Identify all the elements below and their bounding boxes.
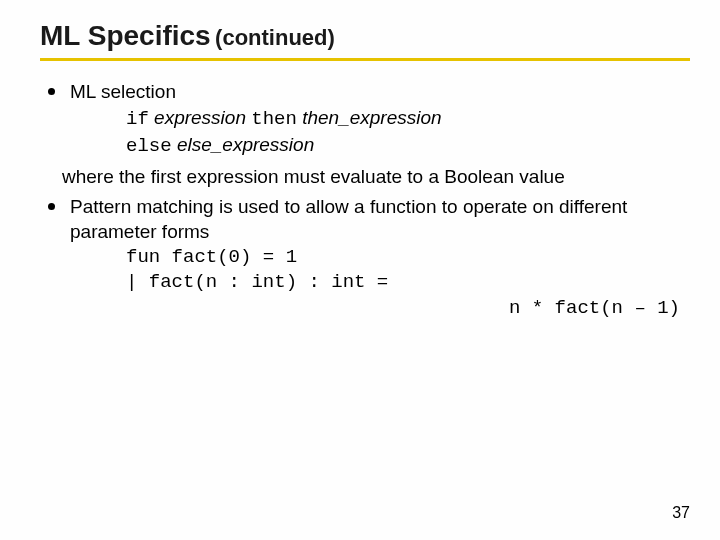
- slide-title-suffix: (continued): [215, 25, 335, 50]
- keyword-else: else: [126, 135, 172, 157]
- code-line: | fact(n : int) : int =: [70, 270, 690, 296]
- title-rule: [40, 58, 690, 61]
- expr-text: expression: [149, 107, 251, 128]
- slide: ML Specifics (continued) ML selection if…: [0, 0, 720, 540]
- bullet-lead: ML selection: [70, 79, 690, 105]
- title-block: ML Specifics (continued): [40, 20, 690, 52]
- list-item: ML selection if expression then then_exp…: [40, 79, 690, 160]
- continuation-text: where the first expression must evaluate…: [40, 164, 690, 190]
- code-line: else else_expression: [70, 132, 690, 160]
- code-line: if expression then then_expression: [70, 105, 690, 133]
- page-number: 37: [672, 504, 690, 522]
- code-line: n * fact(n – 1): [70, 296, 690, 322]
- bullet-lead: Pattern matching is used to allow a func…: [70, 194, 690, 245]
- expr-text: else_expression: [172, 134, 315, 155]
- bullet-list: ML selection if expression then then_exp…: [40, 79, 690, 160]
- content-area: ML selection if expression then then_exp…: [40, 79, 690, 322]
- list-item: Pattern matching is used to allow a func…: [40, 194, 690, 322]
- keyword-then: then: [251, 108, 297, 130]
- slide-title: ML Specifics: [40, 20, 211, 51]
- expr-text: then_expression: [297, 107, 442, 128]
- keyword-if: if: [126, 108, 149, 130]
- code-line: fun fact(0) = 1: [70, 245, 690, 271]
- bullet-list: Pattern matching is used to allow a func…: [40, 194, 690, 322]
